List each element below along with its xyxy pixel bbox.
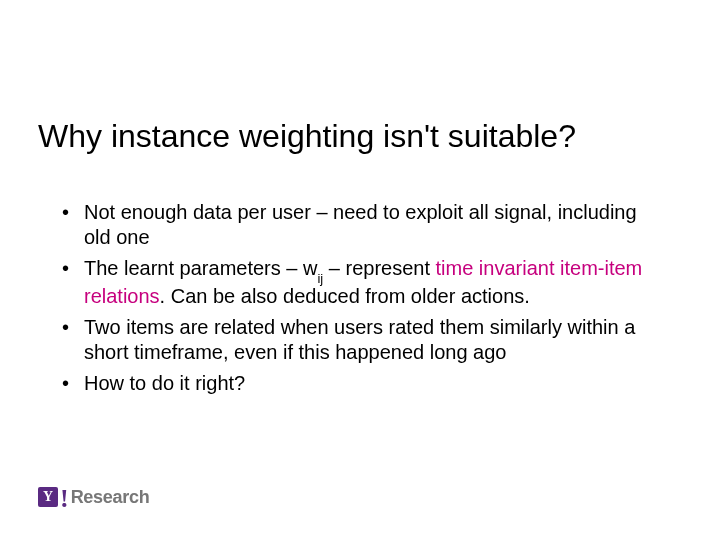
bullet-list: Not enough data per user – need to explo…	[60, 200, 660, 402]
bullet-text: The learnt parameters –	[84, 257, 303, 279]
bullet-text: Two items are related when users rated t…	[84, 316, 635, 363]
slide: Why instance weighting isn't suitable? N…	[0, 0, 720, 540]
variable-w: w	[303, 257, 317, 279]
bullet-text: – represent	[323, 257, 435, 279]
yahoo-logo: Y !	[38, 482, 69, 512]
yahoo-y-icon: Y	[38, 487, 58, 507]
list-item: The learnt parameters – wij – represent …	[60, 256, 660, 309]
list-item: How to do it right?	[60, 371, 660, 396]
subscript-ij: ij	[317, 271, 323, 286]
bullet-text: . Can be also deduced from older actions…	[160, 285, 530, 307]
yahoo-bang-icon: !	[60, 484, 69, 514]
slide-title: Why instance weighting isn't suitable?	[38, 118, 576, 155]
bullet-text: Not enough data per user – need to explo…	[84, 201, 637, 248]
research-label: Research	[71, 487, 150, 508]
bullet-text: How to do it right?	[84, 372, 245, 394]
list-item: Not enough data per user – need to explo…	[60, 200, 660, 250]
list-item: Two items are related when users rated t…	[60, 315, 660, 365]
footer-logo: Y ! Research	[38, 482, 149, 512]
